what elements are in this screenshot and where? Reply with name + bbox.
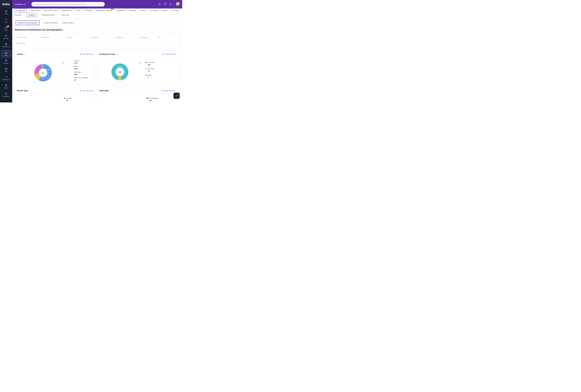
user-avatar[interactable]: [176, 2, 180, 6]
tab-attrition-analysis[interactable]: Attrition Analysis: [62, 22, 74, 24]
tab-growth-retention[interactable]: Growth & Retention: [44, 22, 58, 24]
keka-logo[interactable]: keka: [0, 0, 12, 8]
gender-pct-nonbinary: 12.5%: [40, 77, 44, 79]
employment-donut-total: 144: [116, 68, 124, 76]
sidebar-item-hire[interactable]: Hire: [0, 67, 12, 72]
gender-symbol-icon: ♂: [71, 66, 73, 71]
team-icon: [5, 34, 8, 37]
worker-type-card-header: Worker Type i View Raw Data: [15, 87, 95, 94]
nav-item-exits[interactable]: EXITS: [76, 10, 80, 11]
eye-icon: [162, 90, 164, 91]
notifications-bell-icon[interactable]: [158, 3, 161, 5]
nav-item-dashboard[interactable]: DASHBOARD: [14, 9, 27, 12]
sidebar-item-inbox[interactable]: 37 Inbox: [0, 26, 12, 31]
eye-icon: [80, 90, 82, 91]
company-name: Darksiders Inc: [15, 0, 26, 8]
nav-item-employees[interactable]: EMPLOYEES: [31, 10, 40, 11]
filter-department[interactable]: Department: [39, 34, 64, 40]
sidebar-item-performance[interactable]: Performance: [0, 76, 12, 80]
analytics-tabs-card: Headcount by Demographics Growth & Reten…: [15, 20, 180, 25]
employment-card-title: Employment Type: [99, 53, 115, 55]
nav-item-documents[interactable]: DOCUMENTS: [116, 10, 126, 11]
sidebar: Home Me 37 Inbox My Team My Finances Org…: [0, 8, 12, 102]
nationality-legend: Not Specified 144: [147, 97, 158, 102]
sidebar-item-engage[interactable]: Engage: [0, 59, 12, 64]
employment-card-body: 144 91.67% Full Time 132 Part Time 10 No…: [97, 58, 178, 83]
filters-panel: Business Unit Department Location Cost C…: [15, 34, 180, 46]
employment-card-header: Employment Type i View Raw Data: [97, 51, 178, 58]
dollar-icon: [5, 43, 8, 45]
org-building-icon: [5, 51, 8, 54]
chart-menu-icon[interactable]: [62, 61, 64, 64]
sidebar-item-org[interactable]: Org: [1, 50, 11, 58]
legend-item-prefer-not: ♂ Prefer not to respond 14: [71, 77, 88, 82]
filter-worker-type[interactable]: Worker Type: [15, 40, 39, 46]
legend-swatch: [146, 68, 147, 69]
search-input[interactable]: [31, 2, 105, 6]
nav-item-settings[interactable]: SETTINGS: [171, 10, 179, 11]
search-icon: [33, 3, 35, 5]
nav-item-expenses-travel[interactable]: EXPENSES & TRAVEL 48: [96, 10, 112, 11]
legend-item-nonbinary: ♂ Non-binary 1659: [71, 71, 88, 77]
dashboard-subnav: Summary Analytics Employee Reports Audit…: [12, 12, 182, 17]
tab-headcount-by-demographics[interactable]: Headcount by Demographics: [16, 20, 40, 25]
chevron-down-icon: [36, 37, 38, 38]
nationality-view-raw-data-link[interactable]: View Raw Data: [162, 90, 176, 91]
worker-type-view-raw-data-link[interactable]: View Raw Data: [80, 90, 93, 91]
keka-logo-text: keka: [2, 2, 10, 6]
nav-item-onboarding[interactable]: ONBOARDING: [61, 10, 72, 11]
nav-item-hiring[interactable]: HIRING: [162, 10, 168, 11]
info-icon[interactable]: i: [29, 90, 31, 92]
sidebar-item-my-team[interactable]: My Team: [0, 34, 12, 39]
filter-date-range[interactable]: Date Range: [137, 34, 162, 40]
sidebar-item-me[interactable]: Me: [0, 18, 12, 23]
engage-icon: [5, 59, 8, 62]
employment-type-card: Employment Type i View Raw Data 144 91.6…: [97, 51, 178, 83]
nav-item-planning[interactable]: PLANNING: [84, 10, 92, 11]
sidebar-item-project[interactable]: Project: [0, 84, 12, 89]
nationality-card-header: Nationality i View Raw Data: [97, 87, 178, 94]
subnav-audit-logs[interactable]: Audit Logs: [61, 14, 69, 16]
gender-view-raw-data-link[interactable]: View Raw Data: [80, 53, 93, 55]
nationality-card: Nationality i View Raw Data Not Specifie…: [97, 87, 178, 102]
nav-item-helpdesk[interactable]: HELPDESK: [150, 10, 158, 11]
ai-assistant-fab[interactable]: [174, 93, 180, 99]
gender-legend: ♂ Female 7747 ♂ Male 3544: [71, 60, 88, 82]
legend-item-contract: Contract 18: [64, 97, 72, 102]
nationality-card-body: Not Specified 144: [97, 94, 178, 102]
filter-cost-center[interactable]: Cost Center: [88, 34, 113, 40]
calendar-icon: [158, 36, 160, 38]
clipboard-icon: [5, 84, 8, 86]
subnav-employee-reports[interactable]: Employee Reports: [42, 14, 55, 16]
gender-pct-male: 26.71%: [36, 73, 40, 74]
chevron-down-icon: [110, 37, 111, 38]
employment-view-raw-data-link[interactable]: View Raw Data: [162, 53, 176, 55]
sidebar-item-time-attend[interactable]: Time Attend: [0, 92, 12, 97]
legend-item-male: ♂ Male 3544: [71, 66, 88, 71]
topbar: keka Darksiders Inc: [0, 0, 182, 8]
sidebar-item-home[interactable]: Home: [0, 10, 12, 14]
clock-icon: [5, 92, 8, 95]
filter-location[interactable]: Location: [64, 34, 88, 40]
legend-swatch: [64, 98, 65, 99]
settings-gear-icon[interactable]: [169, 3, 172, 5]
sidebar-item-my-finances[interactable]: My Finances: [0, 43, 12, 47]
worker-type-card-title: Worker Type: [17, 90, 28, 92]
subnav-analytics[interactable]: Analytics: [26, 13, 37, 17]
info-icon[interactable]: i: [110, 90, 112, 92]
filter-legal-entity[interactable]: Legal Entity: [113, 34, 137, 40]
legend-swatch: [146, 62, 147, 63]
eye-icon: [162, 53, 164, 55]
legend-swatch: [146, 74, 147, 76]
chart-menu-icon[interactable]: [139, 61, 142, 64]
filter-business-unit[interactable]: Business Unit: [15, 34, 39, 40]
info-icon[interactable]: i: [116, 53, 118, 55]
info-icon[interactable]: i: [25, 53, 26, 55]
nav-item-org-structure[interactable]: ORG STRUCTURE: [44, 10, 58, 11]
nav-item-assets[interactable]: ASSETS: [140, 10, 146, 11]
inbox-count-badge: 37: [7, 25, 9, 27]
legend-item-female: ♂ Female 7747: [71, 60, 88, 66]
subnav-summary[interactable]: Summary: [15, 14, 22, 16]
person-icon: [5, 18, 8, 20]
nav-item-engage[interactable]: ENGAGE: [130, 10, 136, 11]
